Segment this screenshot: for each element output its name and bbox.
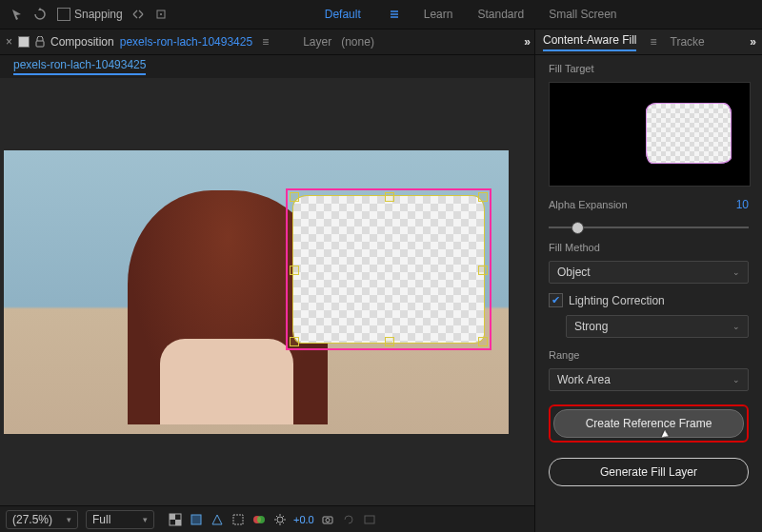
svg-rect-2 [36,41,44,47]
svg-rect-5 [175,520,181,525]
caret-down-icon: ▾ [67,515,71,524]
mask-handle[interactable] [478,337,488,346]
mask-handle[interactable] [478,192,488,202]
generate-fill-layer-button[interactable]: Generate Fill Layer [549,458,749,486]
mask-visibility-icon[interactable] [189,512,204,527]
snapping-label: Snapping [74,8,123,21]
mask-handle[interactable] [290,337,299,346]
fill-target-label: Fill Target [549,63,749,74]
lighting-correction-label: Lighting Correction [569,294,665,307]
svg-point-1 [160,13,162,15]
slider-thumb[interactable] [572,222,584,234]
resolution-value: Full [92,513,110,526]
cursor-icon [662,430,671,440]
right-panel-tabs: Content-Aware Fill ≡ Tracke » [535,30,762,55]
resolution-dropdown[interactable]: Full ▾ [86,510,154,529]
panel-overflow-icon[interactable]: » [524,35,529,49]
transparency-grid-icon[interactable] [168,512,183,527]
tab-tracker[interactable]: Tracke [671,35,705,49]
workspace-menu-icon[interactable] [390,10,399,19]
svg-rect-6 [191,515,201,524]
alpha-expansion-label: Alpha Expansion [549,199,628,210]
caret-down-icon: ⌄ [732,267,740,277]
fill-method-label: Fill Method [549,242,749,253]
layer-none-label: (none) [341,35,374,49]
workspace-small-screen[interactable]: Small Screen [549,8,616,21]
composition-subtab-bar: pexels-ron-lach-10493425 [0,55,534,78]
workspace-learn[interactable]: Learn [424,8,453,21]
fill-method-dropdown[interactable]: Object ⌄ [549,261,749,284]
mask-handle[interactable] [290,192,299,202]
snap-bounds-icon[interactable] [153,7,169,22]
snap-mode-icon[interactable] [130,7,146,22]
snapping-checkbox-icon [57,8,70,21]
layer-panel-label[interactable]: Layer [303,35,331,49]
composition-viewer[interactable] [0,78,534,505]
tab-content-aware-fill[interactable]: Content-Aware Fill [543,33,636,51]
content-aware-fill-panel: Content-Aware Fill ≡ Tracke » Fill Targe… [534,30,762,532]
composition-subtab[interactable]: pexels-ron-lach-10493425 [13,58,146,75]
guides-icon[interactable] [210,512,225,527]
workspace-default[interactable]: Default [325,8,361,21]
exposure-value[interactable]: +0.0 [293,514,314,525]
workspace-switcher: Default Learn Standard Small Screen [325,8,617,21]
region-of-interest-icon[interactable] [231,512,246,527]
viewer-canvas[interactable] [4,150,509,434]
range-dropdown[interactable]: Work Area ⌄ [549,368,749,391]
snapshot-icon[interactable] [320,512,335,527]
composition-panel: × Composition pexels-ron-lach-10493425 ≡… [0,30,534,532]
mask-region-highlight [286,188,491,350]
svg-point-9 [257,516,265,523]
alpha-expansion-slider[interactable] [549,221,749,234]
composition-panel-label: Composition [50,35,114,49]
composition-color-swatch[interactable] [18,36,30,48]
alpha-expansion-value[interactable]: 10 [736,198,749,211]
exposure-icon[interactable] [272,512,288,527]
fill-method-value: Object [557,266,591,279]
mask-handle[interactable] [290,266,299,275]
caret-down-icon: ▾ [143,515,148,524]
generate-fill-layer-label: Generate Fill Layer [600,465,697,479]
close-tab-icon[interactable]: × [6,35,12,49]
fill-target-shape [647,104,731,163]
create-reference-frame-button[interactable]: Create Reference Frame [553,409,744,438]
mask-handle[interactable] [478,266,488,275]
lock-icon[interactable] [35,36,45,48]
svg-rect-13 [365,516,374,523]
mask-handle[interactable] [385,192,394,202]
panel-overflow-icon[interactable]: » [750,35,754,49]
mask-handle[interactable] [385,337,394,346]
lighting-correction-toggle[interactable]: ✔ Lighting Correction [549,293,749,307]
create-reference-frame-label: Create Reference Frame [586,417,712,430]
viewer-footer-bar: (27.5%) ▾ Full ▾ +0.0 [0,505,534,532]
composition-name[interactable]: pexels-ron-lach-10493425 [120,35,252,49]
top-toolbar: Snapping Default Learn Standard Small Sc… [0,0,762,30]
panel-menu-icon[interactable]: ≡ [650,35,656,49]
svg-rect-7 [233,515,243,524]
checkbox-checked-icon: ✔ [549,293,563,307]
fill-target-preview[interactable] [549,82,751,187]
snapping-toggle[interactable]: Snapping [57,8,123,21]
composition-menu-icon[interactable]: ≡ [262,35,269,49]
lighting-strength-dropdown[interactable]: Strong ⌄ [566,315,749,338]
composition-tab-bar: × Composition pexels-ron-lach-10493425 ≡… [0,30,534,55]
range-value: Work Area [557,373,611,386]
channel-icon[interactable] [251,512,267,527]
svg-point-10 [277,517,283,522]
workspace-standard[interactable]: Standard [477,8,524,21]
svg-point-12 [326,519,330,522]
refresh-icon[interactable] [341,512,356,527]
selection-tool-icon[interactable] [10,7,25,22]
rotate-tool-icon[interactable] [32,7,48,22]
caret-down-icon: ⌄ [732,375,740,384]
zoom-dropdown[interactable]: (27.5%) ▾ [6,510,78,529]
caret-down-icon: ⌄ [732,322,740,331]
svg-rect-4 [170,514,175,520]
zoom-value: (27.5%) [12,513,52,526]
mask-transparent-area[interactable] [293,196,484,343]
timecode-icon[interactable] [362,512,377,527]
create-reference-frame-highlight: Create Reference Frame [549,404,749,443]
lighting-strength-value: Strong [574,320,608,333]
range-label: Range [549,349,749,361]
